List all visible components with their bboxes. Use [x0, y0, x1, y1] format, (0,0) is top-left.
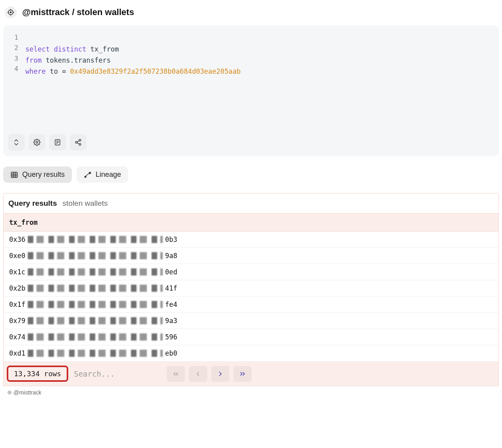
svg-point-13 — [79, 144, 81, 146]
address-prefix: 0xe0 — [9, 252, 25, 260]
page-title: @misttrack / stolen wallets — [22, 7, 134, 17]
note-icon — [54, 139, 61, 146]
table-icon — [10, 171, 18, 179]
tab-label: Query results — [22, 170, 65, 179]
column-header[interactable]: tx_from — [4, 213, 498, 232]
results-panel: Query results stolen wallets tx_from 0x3… — [3, 193, 499, 386]
gear-icon — [33, 139, 40, 146]
sql-literal: 0x49add3e8329f2a2f507238b0a684d03eae205a… — [70, 67, 241, 75]
address-prefix: 0xd1 — [9, 349, 25, 357]
results-search-input[interactable] — [74, 370, 161, 378]
sql-keyword: where — [25, 67, 50, 75]
pagination — [167, 366, 252, 382]
table-row[interactable]: 0x1ffe4 — [4, 297, 498, 313]
expand-button[interactable] — [8, 134, 25, 151]
table-row[interactable]: 0x74596 — [4, 329, 498, 345]
svg-point-11 — [79, 140, 81, 142]
address-suffix: eb0 — [165, 349, 177, 357]
svg-point-24 — [9, 392, 10, 393]
address-prefix: 0x79 — [9, 317, 25, 325]
address-obscured — [28, 301, 163, 308]
svg-point-12 — [75, 142, 77, 144]
row-count-badge: 13,334 rows — [7, 366, 68, 382]
page-prev-button[interactable] — [189, 366, 207, 382]
svg-rect-16 — [12, 172, 17, 177]
line-number: 3 — [8, 54, 18, 64]
sql-ident: tokens.transfers — [46, 56, 111, 64]
results-title: Query results — [8, 199, 57, 208]
sql-ident: tx_from — [90, 45, 119, 53]
table-row[interactable]: 0xd1eb0 — [4, 345, 498, 362]
table-row[interactable]: 0x2b41f — [4, 280, 498, 297]
results-query-name: stolen wallets — [63, 199, 108, 208]
results-header: Query results stolen wallets — [4, 193, 498, 213]
author-avatar[interactable] — [5, 6, 17, 18]
svg-line-15 — [77, 143, 79, 144]
sql-editor[interactable]: 1 2 3 4 select distinct tx_from from tok… — [3, 25, 499, 156]
page-first-button[interactable] — [167, 366, 185, 382]
line-number: 4 — [8, 64, 18, 74]
address-obscured — [28, 268, 163, 276]
svg-line-14 — [77, 141, 79, 142]
footer-author: @misttrack — [3, 389, 499, 396]
results-footer: 13,334 rows — [4, 362, 498, 386]
share-button[interactable] — [70, 134, 87, 151]
address-suffix: 41f — [165, 284, 177, 292]
address-prefix: 0x2b — [9, 284, 25, 292]
address-obscured — [28, 236, 163, 243]
page-header: @misttrack / stolen wallets — [3, 5, 499, 25]
sql-ident: to = — [50, 67, 70, 75]
page-next-button[interactable] — [211, 366, 229, 382]
expand-icon — [13, 139, 20, 146]
table-row[interactable]: 0x799a3 — [4, 313, 498, 329]
sql-keyword: select distinct — [25, 45, 90, 53]
address-prefix: 0x36 — [9, 235, 25, 243]
sql-keyword: from — [25, 56, 46, 64]
address-prefix: 0x74 — [9, 333, 25, 341]
svg-point-6 — [36, 142, 38, 144]
lineage-icon — [84, 171, 92, 179]
address-suffix: 0b3 — [165, 235, 177, 243]
line-number: 1 — [8, 33, 18, 43]
result-tabs: Query results Lineage — [3, 167, 499, 183]
editor-toolbar — [8, 134, 494, 151]
tab-query-results[interactable]: Query results — [3, 167, 72, 183]
address-obscured — [28, 333, 163, 341]
author-handle: @misttrack — [13, 389, 41, 396]
table-row[interactable]: 0xe09a8 — [4, 248, 498, 264]
tab-label: Lineage — [96, 170, 121, 179]
address-obscured — [28, 350, 163, 357]
page-last-button[interactable] — [233, 366, 252, 382]
chevrons-left-icon — [172, 370, 180, 378]
address-obscured — [28, 317, 163, 324]
address-suffix: 9a8 — [165, 252, 177, 260]
address-suffix: 9a3 — [165, 317, 177, 325]
editor-gutter: 1 2 3 4 — [8, 33, 25, 77]
target-icon — [7, 9, 14, 16]
address-obscured — [28, 285, 163, 292]
address-prefix: 0x1f — [9, 301, 25, 308]
address-suffix: 596 — [165, 333, 177, 341]
table-row[interactable]: 0x1c0ed — [4, 264, 498, 280]
notes-button[interactable] — [49, 134, 66, 151]
share-icon — [75, 139, 82, 146]
editor-code[interactable]: select distinct tx_from from tokens.tran… — [25, 33, 240, 77]
address-suffix: fe4 — [165, 301, 177, 308]
target-icon — [7, 390, 12, 395]
chevron-right-icon — [216, 370, 224, 378]
settings-button[interactable] — [29, 134, 45, 151]
address-suffix: 0ed — [165, 268, 177, 276]
tab-lineage[interactable]: Lineage — [77, 167, 128, 183]
address-obscured — [28, 252, 163, 259]
results-rows: 0x360b30xe09a80x1c0ed0x2b41f0x1ffe40x799… — [4, 232, 498, 362]
chevrons-right-icon — [238, 370, 246, 378]
line-number: 2 — [8, 43, 18, 53]
svg-point-1 — [10, 12, 12, 13]
table-row[interactable]: 0x360b3 — [4, 232, 498, 248]
chevron-left-icon — [194, 370, 202, 378]
address-prefix: 0x1c — [9, 268, 25, 276]
